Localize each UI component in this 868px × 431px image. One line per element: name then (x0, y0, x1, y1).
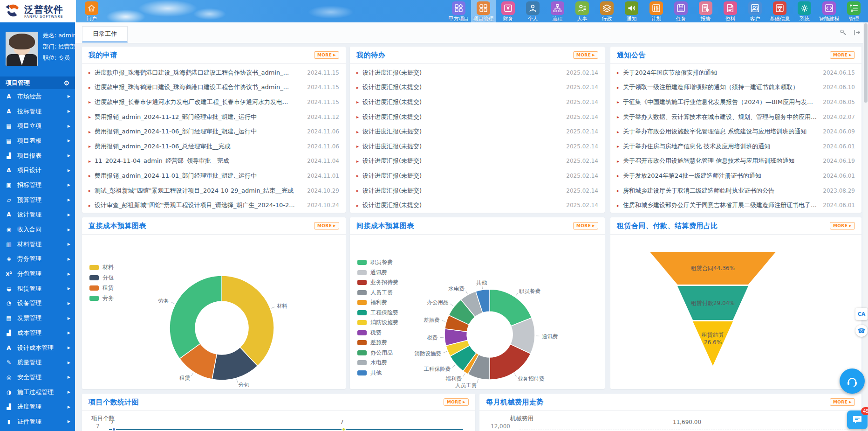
legend-item-2[interactable]: 业务招待费 (357, 278, 398, 288)
nav-item-14[interactable]: 系统 (792, 0, 817, 22)
sidebar-item-9[interactable]: ◉收入合同▶ (0, 222, 75, 237)
nav-item-9[interactable]: 任务 (669, 0, 693, 22)
sidebar-item-20[interactable]: ◑施工过程管理▶ (0, 385, 75, 400)
notice-row-4[interactable]: ▸关于举办市政公用设施数字化管理信息 系统建设与应用培训班的通知2024.06.… (610, 124, 861, 139)
sidebar-item-21[interactable]: ▟进度管理▶ (0, 399, 75, 414)
funnel-segment-租赁结算[interactable]: 租赁结算26.6% (693, 321, 733, 366)
sidebar-item-0[interactable]: A市场经营▶ (0, 89, 75, 104)
legend-item-7[interactable]: 税费 (357, 328, 398, 338)
nav-item-portal[interactable]: 门户 (79, 0, 104, 22)
notice-row-2[interactable]: ▸于征集《中国建筑施工行业信息化发展报告（2024）—BIM应用与发展》材料..… (610, 95, 861, 110)
avatar[interactable] (6, 32, 38, 66)
more-button[interactable]: MORE▶ (830, 51, 855, 59)
notice-row-9[interactable]: ▸住房和城乡建设部办公厅关于同意吉林省开展二级建造师注册证书电子化试点...20… (610, 198, 861, 213)
more-button[interactable]: MORE▶ (573, 51, 598, 59)
notice-row-0[interactable]: ▸关于2024年国庆节放假安排的通知2024.06.15 (610, 65, 861, 80)
sidebar-item-16[interactable]: ▟成本管理▶ (0, 326, 75, 341)
todo-row-9[interactable]: ▸设计进度汇报(未提交)2025.02.14 (350, 198, 605, 213)
ca-widget[interactable]: CA (855, 308, 868, 320)
notice-row-1[interactable]: ▸关于领取一级注册建造师增项贴的通知（须持一建证书前来领取）2024.06.10 (610, 80, 861, 95)
nav-item-3[interactable]: 个人 (520, 0, 545, 22)
sidebar-item-15[interactable]: ▤发票管理▶ (0, 311, 75, 326)
more-button[interactable]: MORE▶ (314, 222, 339, 229)
legend-item-3[interactable]: 人员工资 (357, 288, 398, 298)
nav-item-1[interactable]: 项目管理 (471, 0, 496, 22)
legend-item-3[interactable]: 劳务 (89, 293, 114, 303)
sidebar-item-1[interactable]: A投标管理▶ (0, 104, 75, 119)
sidebar-item-5[interactable]: A项目设计▶ (0, 163, 75, 178)
nav-item-15[interactable]: 智能建模 (817, 0, 841, 22)
sidebar-item-17[interactable]: A设计成本管理▶ (0, 341, 75, 355)
request-row-1[interactable]: ▸进度款申报_珠海鹤港口建设_珠海鹤港口建设工程合作协议书_admin_...2… (82, 80, 346, 95)
request-row-5[interactable]: ▸费用报销_admin_2024-11-06_总经理审批__完成2024.11.… (82, 139, 346, 154)
nav-item-11[interactable]: 资料 (718, 0, 743, 22)
todo-row-7[interactable]: ▸设计进度汇报(未提交)2025.02.14 (350, 168, 605, 183)
sidebar-item-3[interactable]: ▤项目看板▶ (0, 133, 75, 148)
todo-row-8[interactable]: ▸设计进度汇报(未提交)2025.02.14 (350, 183, 605, 198)
nav-item-6[interactable]: 行政 (595, 0, 619, 22)
todo-row-5[interactable]: ▸设计进度汇报(未提交)2025.02.14 (350, 139, 605, 154)
sidebar-item-13[interactable]: ◒租赁管理▶ (0, 281, 75, 296)
todo-row-0[interactable]: ▸设计进度汇报(未提交)2025.02.14 (350, 65, 605, 80)
sidebar-item-19[interactable]: ◎安全管理▶ (0, 370, 75, 385)
more-button[interactable]: MORE▶ (444, 398, 469, 406)
request-row-4[interactable]: ▸费用报销_admin_2024-11-06_部门经理审批_胡建,_运行中202… (82, 124, 346, 139)
legend-item-8[interactable]: 差旅费 (357, 338, 398, 348)
nav-item-4[interactable]: 流程 (545, 0, 570, 22)
notice-row-3[interactable]: ▸关于举办大数据、云计算技术在城市建设、规划、管理与服务中的应用培训班...20… (610, 110, 861, 125)
todo-row-3[interactable]: ▸设计进度汇报(未提交)2025.02.14 (350, 110, 605, 125)
more-button[interactable]: MORE▶ (830, 222, 855, 229)
notice-row-8[interactable]: ▸房和城乡建设厅关于取消二级建造师临时执业证书的公告2023.08.29 (610, 183, 861, 198)
legend-item-4[interactable]: 福利费 (357, 298, 398, 308)
nav-item-10[interactable]: 报告 (693, 0, 718, 22)
sidebar-item-2[interactable]: ▤项目立项▶ (0, 118, 75, 133)
notice-row-6[interactable]: ▸关于召开市政公用设施智慧化管理 信息技术与应用培训班的通知2024.06.19 (610, 154, 861, 169)
collapse-icon[interactable] (854, 29, 861, 36)
sidebar-item-11[interactable]: ◈劳务管理▶ (0, 252, 75, 267)
legend-item-5[interactable]: 工程保险费 (357, 308, 398, 318)
sidebar-item-14[interactable]: ◔设备管理▶ (0, 296, 75, 311)
sidebar-item-6[interactable]: ▣招标管理▶ (0, 178, 75, 193)
notice-row-7[interactable]: ▸关于发放2024年第24批一级建造师注册证书的通知2024.06.01 (610, 168, 861, 183)
legend-item-0[interactable]: 职员餐费 (357, 257, 398, 268)
request-row-6[interactable]: ▸11_2024-11-04_admin_经营部_领导审批__完成2024.11… (82, 154, 346, 169)
gear-icon[interactable]: ⚙ (63, 79, 69, 87)
more-button[interactable]: MORE▶ (314, 51, 339, 59)
legend-item-2[interactable]: 租赁 (89, 283, 114, 293)
more-button[interactable]: MORE▶ (573, 222, 598, 229)
chat-widget[interactable]: 45 (847, 410, 868, 429)
sidebar-item-18[interactable]: ✎质量管理▶ (0, 355, 75, 370)
scrollbar-thumb[interactable] (864, 23, 868, 103)
legend-item-10[interactable]: 水电费 (357, 358, 398, 368)
nav-item-0[interactable]: 甲方项目 (446, 0, 471, 22)
legend-item-6[interactable]: 消防设施费 (357, 318, 398, 328)
service-widget[interactable] (840, 368, 865, 394)
todo-row-1[interactable]: ▸设计进度汇报(未提交)2025.02.14 (350, 80, 605, 95)
funnel-segment-租赁付款[interactable]: 租赁付款29.04% (677, 286, 748, 320)
todo-row-2[interactable]: ▸设计进度汇报(未提交)2025.02.14 (350, 95, 605, 110)
request-row-8[interactable]: ▸测试_彭祖新城"四馆"景观工程设计项目_2024-10-29_admin_结束… (82, 183, 346, 198)
request-row-9[interactable]: ▸设计审查_彭祖新城"四馆"景观工程设计项目_请选择_胡广生_2024-10-2… (82, 198, 346, 213)
request-row-7[interactable]: ▸费用报销_admin_2024-11-01_部门经理审批_胡建,_运行中202… (82, 168, 346, 183)
todo-row-6[interactable]: ▸设计进度汇报(未提交)2025.02.14 (350, 154, 605, 169)
nav-item-7[interactable]: 通知 (619, 0, 644, 22)
sidebar-item-8[interactable]: A设计管理▶ (0, 208, 75, 222)
nav-item-16[interactable]: 管理 (841, 0, 866, 22)
nav-item-13[interactable]: 基础信息 (767, 0, 792, 22)
sidebar-item-10[interactable]: ▥材料管理▶ (0, 237, 75, 252)
legend-item-11[interactable]: 其他 (357, 368, 398, 378)
sidebar-item-22[interactable]: ▮证件管理▶ (0, 414, 75, 429)
nav-item-12[interactable]: 客户 (743, 0, 767, 22)
request-row-0[interactable]: ▸进度款申报_珠海鹤港口建设_珠海鹤港口建设工程合作协议书_admin_...2… (82, 65, 346, 80)
tab-daily-work[interactable]: 日常工作 (82, 26, 128, 42)
key-icon[interactable] (840, 29, 847, 36)
nav-item-8[interactable]: 计划 (644, 0, 669, 22)
todo-row-4[interactable]: ▸设计进度汇报(未提交)2025.02.14 (350, 124, 605, 139)
request-row-2[interactable]: ▸进度款申报_长春市伊通河水力发电厂改建工程_长春市伊通河水力发电...2024… (82, 95, 346, 110)
sidebar-item-4[interactable]: ▟项目报表▶ (0, 148, 75, 163)
request-row-3[interactable]: ▸费用报销_admin_2024-11-12_部门经理审批_胡建,_运行中202… (82, 110, 346, 125)
sidebar-item-12[interactable]: x²分包管理▶ (0, 266, 75, 281)
more-button[interactable]: MORE▶ (830, 398, 855, 406)
phone-widget[interactable]: ☎ (855, 325, 868, 337)
notice-row-5[interactable]: ▸关于举办住房与房地产信息化 技术及应用培训班的通知2024.06.01 (610, 139, 861, 154)
